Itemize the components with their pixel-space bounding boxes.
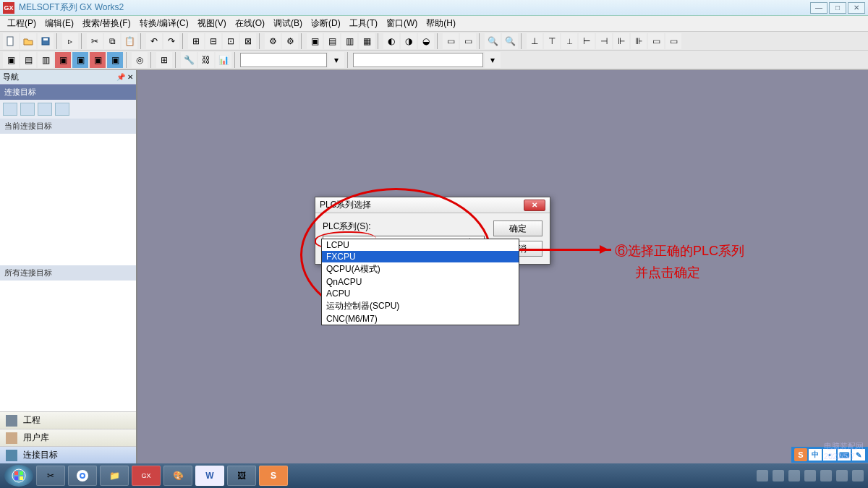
open-button[interactable] [20,33,36,49]
nav-tool-icon[interactable] [38,103,52,116]
dialog-title-bar[interactable]: PLC系列选择 ✕ [315,197,550,213]
menu-diagnose[interactable]: 诊断(D) [307,16,345,31]
paste-button[interactable]: 📋 [122,33,137,49]
ok-button[interactable]: 确定 [493,221,542,236]
toolbar-button[interactable]: ⟂ [561,33,577,49]
toolbar-button[interactable]: ▣ [90,52,106,68]
toolbar-button[interactable]: ⊣ [596,33,612,49]
cut-button[interactable]: ✂ [87,33,103,49]
system-tray[interactable] [757,470,864,481]
toolbar-button[interactable]: ⊞ [188,33,204,49]
toolbar-dropdown-icon[interactable]: ▾ [328,52,344,68]
menu-search[interactable]: 搜索/替换(F) [78,16,135,31]
tray-network-icon[interactable] [820,470,832,481]
toolbar-button[interactable]: ⚙ [265,33,281,49]
menu-online[interactable]: 在线(O) [231,16,269,31]
task-gxworks[interactable]: GX [132,466,161,486]
toolbar-button[interactable]: ▭ [665,33,681,49]
dropdown-option-scpu[interactable]: 运动控制器(SCPU) [322,299,519,313]
copy-button[interactable]: ⧉ [104,33,120,49]
toolbar-button[interactable]: ◒ [418,33,434,49]
toolbar-button[interactable]: ⊠ [240,33,256,49]
dropdown-option-qnacpu[interactable]: QnACPU [322,276,519,288]
toolbar-button[interactable]: ▣ [72,52,88,68]
toolbar-button[interactable]: 📊 [216,52,231,68]
toolbar-button[interactable]: ▭ [443,33,459,49]
close-button[interactable]: ✕ [848,2,865,14]
maximize-button[interactable]: □ [829,2,846,14]
nav-tab-target[interactable]: 连接目标 [0,446,136,463]
menu-debug[interactable]: 调试(B) [269,16,307,31]
nav-tool-icon[interactable] [20,103,35,116]
nav-tab-userlib[interactable]: 用户库 [0,429,136,446]
toolbar-button[interactable]: ▣ [3,52,19,68]
toolbar-button[interactable]: ⚙ [282,33,298,49]
plc-series-dropdown[interactable]: LCPU FXCPU QCPU(A模式) QnACPU ACPU 运动控制器(S… [321,239,519,325]
pin-icon[interactable]: 📌 ✕ [116,73,133,81]
toolbar-button[interactable]: ⊥ [527,33,542,49]
redo-button[interactable]: ↷ [163,33,179,49]
task-photos[interactable]: 🖼 [227,466,256,486]
menu-help[interactable]: 帮助(H) [422,16,460,31]
dropdown-option-acpu[interactable]: ACPU [322,288,519,299]
dialog-close-button[interactable]: ✕ [524,200,545,211]
nav-tool-icon[interactable] [3,103,17,116]
menu-tools[interactable]: 工具(T) [345,16,382,31]
task-chrome[interactable] [68,466,97,486]
toolbar-button[interactable]: ⊡ [223,33,239,49]
toolbar-combo[interactable] [353,53,483,67]
toolbar-button[interactable]: ▣ [107,52,123,68]
toolbar-button[interactable]: ▣ [307,33,323,49]
tray-icon[interactable] [757,470,768,481]
menu-window[interactable]: 窗口(W) [382,16,422,31]
task-explorer[interactable]: 📁 [100,466,129,486]
toolbar-button[interactable]: 🔧 [181,52,197,68]
toolbar-button[interactable]: ⊢ [579,33,595,49]
tray-volume-icon[interactable] [836,470,848,481]
save-button[interactable] [38,33,54,49]
zoom-in-button[interactable]: 🔍 [485,33,501,49]
task-snip[interactable]: ✂ [36,466,65,486]
menu-edit[interactable]: 编辑(E) [41,16,78,31]
toolbar-button[interactable]: ⊪ [631,33,647,49]
tray-bluetooth-icon[interactable] [804,470,816,481]
toolbar-button[interactable]: ▥ [38,52,54,68]
task-paint[interactable]: 🎨 [163,466,192,486]
toolbar-button[interactable]: ▭ [460,33,476,49]
toolbar-target-icon[interactable]: ◎ [132,52,148,68]
toolbar-button[interactable]: ▭ [648,33,664,49]
toolbar-combo[interactable] [240,53,327,67]
tray-icon[interactable] [788,470,800,481]
tray-battery-icon[interactable] [852,470,864,481]
toolbar-button[interactable]: ◑ [401,33,417,49]
toolbar-button[interactable]: ▣ [55,52,71,68]
task-sogou[interactable]: S [259,466,288,486]
toolbar-button[interactable]: ▦ [359,33,375,49]
nav-tool-icon[interactable] [55,103,69,116]
toolbar-button[interactable]: ▹ [62,33,78,49]
toolbar-dropdown-icon[interactable]: ▾ [485,52,501,68]
menu-project[interactable]: 工程(P) [3,16,41,31]
dropdown-option-cnc[interactable]: CNC(M6/M7) [322,313,519,325]
dropdown-option-lcpu[interactable]: LCPU [322,239,519,251]
zoom-out-button[interactable]: 🔍 [502,33,518,49]
toolbar-button[interactable]: ⊞ [156,52,172,68]
toolbar-button[interactable]: ◐ [383,33,399,49]
toolbar-button[interactable]: ⛓ [198,52,214,68]
toolbar-button[interactable]: ▤ [324,33,340,49]
toolbar-button[interactable]: ⊩ [613,33,629,49]
toolbar-button[interactable]: ▤ [20,52,36,68]
task-word[interactable]: W [195,466,224,486]
toolbar-button[interactable]: ▥ [341,33,357,49]
menu-view[interactable]: 视图(V) [193,16,231,31]
toolbar-button[interactable]: ⊤ [544,33,560,49]
dropdown-option-fxcpu[interactable]: FXCPU [322,251,519,262]
new-button[interactable] [3,33,19,49]
undo-button[interactable]: ↶ [146,33,162,49]
start-button[interactable] [4,465,33,487]
nav-tab-project[interactable]: 工程 [0,411,136,429]
menu-convert[interactable]: 转换/编译(C) [135,16,193,31]
tray-icon[interactable] [773,470,784,481]
minimize-button[interactable]: — [810,2,827,14]
dropdown-option-qcpu-a[interactable]: QCPU(A模式) [322,262,519,276]
